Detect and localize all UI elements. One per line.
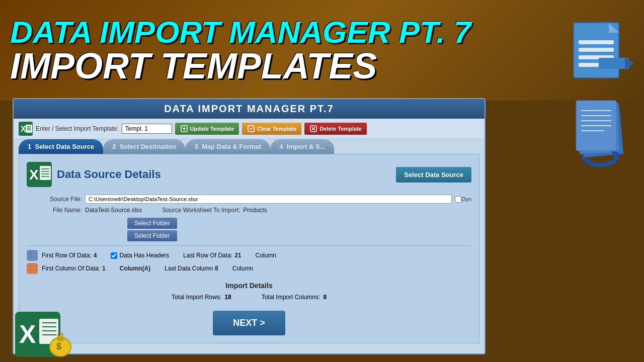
data-rows-section: First Row Of Data: 4 Data Has Headers La… xyxy=(27,250,471,274)
banner-title2: IMPORT TEMPLATES xyxy=(10,48,569,84)
next-btn-row: NEXT > xyxy=(27,311,471,335)
tab-bar: 1 Select Data Source 2 Select Destinatio… xyxy=(19,139,479,154)
template-label: Enter / Select Import Template: xyxy=(36,125,119,132)
section-header: X Data Source Details Select Data Source xyxy=(27,162,471,187)
import-details-row: Total Import Rows: 18 Total Import Colum… xyxy=(27,294,471,301)
source-file-input[interactable] xyxy=(85,195,452,204)
delete-template-button[interactable]: Delete Template xyxy=(304,123,367,135)
last-col-label: Last Data Column xyxy=(165,265,213,272)
headers-checkbox-group: Data Has Headers xyxy=(111,252,169,259)
dyn-label: Dyn xyxy=(461,196,471,202)
update-template-button[interactable]: Update Template xyxy=(175,123,239,135)
source-file-label: Source File: xyxy=(27,196,82,203)
first-row-label: First Row Of Data: xyxy=(42,252,92,259)
import-details-title: Import Details xyxy=(27,282,471,290)
dialog-header: DATA IMPORT MANAGER PT.7 xyxy=(14,99,485,119)
svg-rect-25 xyxy=(40,166,51,180)
last-col-suffix-group: Column xyxy=(232,265,253,272)
column-a-value: Column(A) xyxy=(120,265,150,272)
first-col-group: First Column Of Data: 1 xyxy=(42,265,106,272)
select-folder-button-1[interactable]: Select Folder xyxy=(127,218,177,229)
data-row-1: First Row Of Data: 4 Data Has Headers La… xyxy=(27,250,471,261)
excel-small-icon: X xyxy=(19,122,33,136)
total-cols-label: Total Import Columns: xyxy=(262,294,320,301)
blue-documents-decoration xyxy=(569,98,629,178)
svg-text:$: $ xyxy=(56,341,61,351)
first-row-group: First Row Of Data: 4 xyxy=(42,252,97,259)
source-file-row: Source File: Dyn xyxy=(27,195,471,204)
select-data-source-button[interactable]: Select Data Source xyxy=(396,167,471,183)
top-banner: DATA IMPORT MANAGER PT. 7 IMPORT TEMPLAT… xyxy=(0,0,644,101)
last-col-suffix: Column xyxy=(232,265,253,272)
money-bags-icon: $ xyxy=(45,324,75,359)
tab-select-destination[interactable]: 2 Select Destination xyxy=(103,139,185,154)
headers-checkbox[interactable] xyxy=(111,252,117,259)
file-name-row: File Name: DataTest-Source.xlsx Source W… xyxy=(27,207,471,214)
delete-icon xyxy=(309,125,317,133)
svg-rect-3 xyxy=(579,48,614,52)
document-icon xyxy=(569,13,634,88)
headers-label: Data Has Headers xyxy=(119,252,169,259)
svg-rect-2 xyxy=(579,40,614,44)
column-a-group: Column(A) xyxy=(120,265,150,272)
last-row-label: Last Row Of Data: xyxy=(183,252,232,259)
column-empty-group: Column xyxy=(256,252,276,259)
file-name-value: DataTest-Source.xlsx xyxy=(85,207,142,214)
row-icon-1 xyxy=(27,250,38,261)
clear-icon xyxy=(247,125,255,133)
folder-buttons: Select Folder Select Folder xyxy=(27,218,471,241)
first-row-value: 4 xyxy=(94,252,97,259)
last-col-group: Last Data Column 8 xyxy=(165,265,218,272)
update-icon xyxy=(180,125,188,133)
banner-text: DATA IMPORT MANAGER PT. 7 IMPORT TEMPLAT… xyxy=(10,17,569,84)
svg-rect-11 xyxy=(26,125,32,133)
first-col-value: 1 xyxy=(102,265,106,272)
total-rows-label: Total Import Rows: xyxy=(172,294,221,301)
tab-map-data-format[interactable]: 3 Map Data & Format xyxy=(185,139,270,154)
tab-import-save[interactable]: 4 Import & S... xyxy=(270,139,334,154)
column-label-empty: Column xyxy=(256,252,276,259)
excel-large-icon: X xyxy=(27,162,52,187)
last-col-value: 8 xyxy=(215,265,218,272)
template-bar: X Enter / Select Import Template: Update… xyxy=(14,119,485,139)
svg-text:X: X xyxy=(21,125,26,133)
worksheet-label: Source Worksheet To Import: xyxy=(162,207,240,214)
data-row-2: First Column Of Data: 1 Column(A) Last D… xyxy=(27,263,471,274)
dynamic-checkbox[interactable] xyxy=(455,196,461,203)
main-dialog: DATA IMPORT MANAGER PT.7 X Enter / Selec… xyxy=(13,98,486,354)
import-details: Import Details Total Import Rows: 18 Tot… xyxy=(27,282,471,301)
content-area: X Data Source Details Select Data Source… xyxy=(19,154,479,343)
total-cols-item: Total Import Columns: 8 xyxy=(262,294,327,301)
svg-rect-30 xyxy=(27,250,37,260)
svg-rect-34 xyxy=(27,263,37,274)
worksheet-value: Products xyxy=(243,207,267,214)
svg-text:X: X xyxy=(19,320,36,348)
total-cols-value: 8 xyxy=(323,294,327,301)
file-name-label: File Name: xyxy=(27,207,82,214)
tab-select-data-source[interactable]: 1 Select Data Source xyxy=(19,139,103,154)
svg-marker-8 xyxy=(625,57,634,70)
next-button[interactable]: NEXT > xyxy=(213,311,285,335)
row-icon-2 xyxy=(27,263,38,274)
first-col-label: First Column Of Data: xyxy=(42,265,100,272)
worksheet-group: Source Worksheet To Import: Products xyxy=(162,207,267,214)
total-rows-value: 18 xyxy=(224,294,231,301)
banner-title1: DATA IMPORT MANAGER PT. 7 xyxy=(10,17,569,48)
svg-point-57 xyxy=(56,335,64,341)
clear-template-button[interactable]: Clear Template xyxy=(242,123,301,135)
last-row-value: 21 xyxy=(234,252,241,259)
select-folder-button-2[interactable]: Select Folder xyxy=(127,230,177,241)
svg-text:X: X xyxy=(29,167,39,183)
section-title: Data Source Details xyxy=(57,168,161,181)
template-input[interactable] xyxy=(122,124,172,134)
last-row-group: Last Row Of Data: 21 xyxy=(183,252,241,259)
total-rows-item: Total Import Rows: 18 xyxy=(172,294,231,301)
